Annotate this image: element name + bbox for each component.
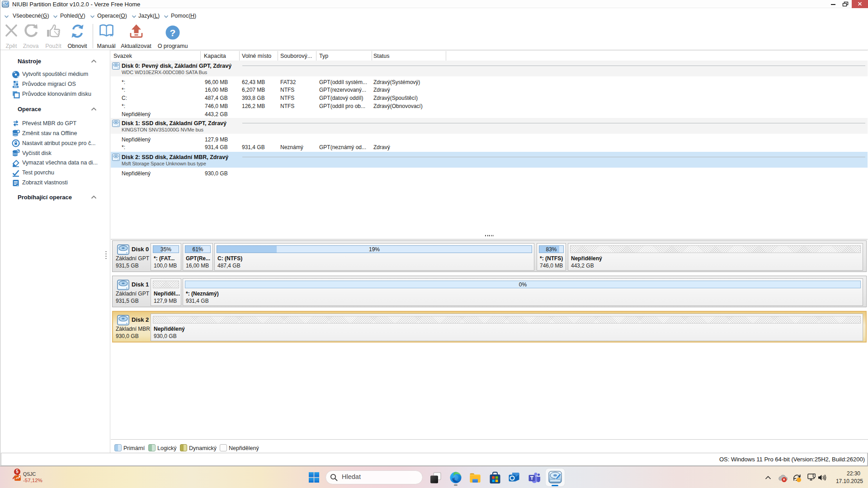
- svg-text:?: ?: [170, 28, 176, 38]
